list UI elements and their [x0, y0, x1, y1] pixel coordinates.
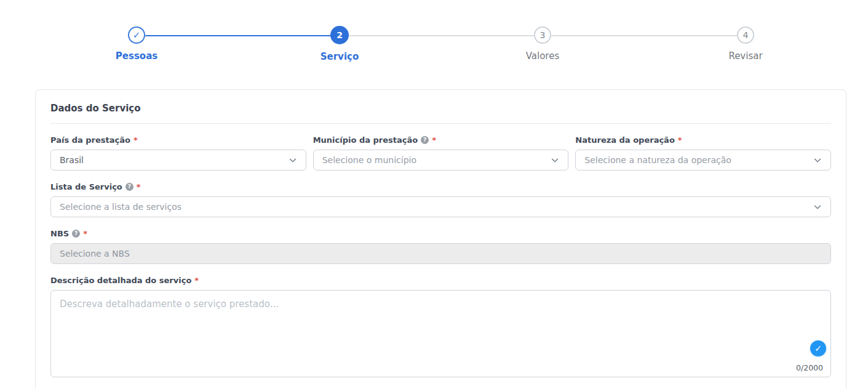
label-text: País da prestação	[50, 135, 130, 145]
field-label: Lista de Serviço ? *	[50, 182, 831, 191]
select-placeholder: Selecione a lista de serviços	[60, 202, 181, 212]
municipio-select[interactable]: Selecione o município	[313, 150, 569, 170]
required-asterisk: *	[83, 229, 87, 238]
lista-servico-select[interactable]: Selecione a lista de serviços	[50, 196, 831, 217]
wizard-stepper: ✓ Pessoas 2 Serviço 3 Valores 4 Revisar	[0, 0, 868, 73]
step-pessoas[interactable]: ✓ Pessoas	[35, 26, 238, 62]
label-text: NBS	[50, 229, 69, 238]
label-text: Município da prestação	[313, 135, 418, 145]
step-number[interactable]: 3	[534, 26, 551, 44]
label-text: Descrição detalhada do serviço	[50, 276, 191, 285]
step-valores[interactable]: 3 Valores	[441, 26, 644, 62]
chevron-down-icon	[814, 203, 821, 209]
input-placeholder: Selecione a NBS	[60, 249, 130, 259]
check-icon[interactable]: ✓	[128, 26, 145, 44]
step-number[interactable]: 2	[330, 26, 349, 44]
required-asterisk: *	[133, 135, 138, 145]
step-revisar[interactable]: 4 Revisar	[644, 26, 847, 62]
select-value: Brasil	[60, 155, 84, 165]
field-label: NBS ? *	[50, 229, 831, 238]
card-title: Dados do Serviço	[50, 103, 831, 124]
descricao-textarea[interactable]	[60, 299, 822, 356]
chevron-down-icon	[552, 156, 559, 162]
pais-select[interactable]: Brasil	[50, 150, 306, 170]
chevron-down-icon	[814, 156, 821, 162]
form-row-3: NBS ? * Selecione a NBS	[50, 229, 831, 264]
step-label: Pessoas	[116, 50, 157, 62]
required-asterisk: *	[194, 276, 199, 285]
select-placeholder: Selecione a natureza da operação	[584, 155, 731, 165]
field-pais-da-prestacao: País da prestação * Brasil	[50, 135, 306, 170]
field-natureza-da-operacao: Natureza da operação * Selecione a natur…	[575, 135, 831, 170]
form-row-2: Lista de Serviço ? * Selecione a lista d…	[50, 182, 831, 217]
label-text: Lista de Serviço	[50, 182, 122, 191]
help-icon[interactable]: ?	[125, 183, 133, 191]
service-data-card: Dados do Serviço País da prestação * Bra…	[35, 89, 846, 389]
help-icon[interactable]: ?	[72, 230, 80, 238]
field-lista-de-servico: Lista de Serviço ? * Selecione a lista d…	[50, 182, 831, 217]
field-label: Município da prestação ? *	[313, 135, 569, 145]
field-label: Natureza da operação *	[575, 135, 831, 145]
step-label: Serviço	[321, 51, 359, 62]
step-number[interactable]: 4	[737, 26, 754, 44]
natureza-select[interactable]: Selecione a natureza da operação	[575, 150, 831, 170]
help-icon[interactable]: ?	[421, 136, 429, 144]
field-label: Descrição detalhada do serviço *	[50, 276, 831, 285]
field-municipio-da-prestacao: Município da prestação ? * Selecione o m…	[313, 135, 569, 170]
required-asterisk: *	[432, 135, 436, 145]
form-row-1: País da prestação * Brasil Município da …	[50, 135, 831, 170]
field-descricao-servico: Descrição detalhada do serviço * ✓ 0/200…	[50, 276, 831, 377]
descricao-textarea-wrap: ✓ 0/2000	[50, 290, 831, 377]
nbs-input-disabled: Selecione a NBS	[50, 243, 831, 264]
label-text: Natureza da operação	[575, 135, 674, 145]
step-label: Revisar	[728, 50, 762, 62]
char-counter: 0/2000	[796, 363, 823, 372]
form-row-4: Descrição detalhada do serviço * ✓ 0/200…	[50, 276, 831, 377]
field-nbs: NBS ? * Selecione a NBS	[50, 229, 831, 264]
required-asterisk: *	[678, 135, 682, 145]
step-label: Valores	[526, 50, 560, 62]
select-placeholder: Selecione o município	[322, 155, 416, 165]
chevron-down-icon	[289, 156, 296, 162]
required-asterisk: *	[137, 182, 141, 191]
step-servico[interactable]: 2 Serviço	[238, 26, 441, 62]
check-circle-icon: ✓	[810, 340, 826, 356]
field-label: País da prestação *	[50, 135, 306, 145]
